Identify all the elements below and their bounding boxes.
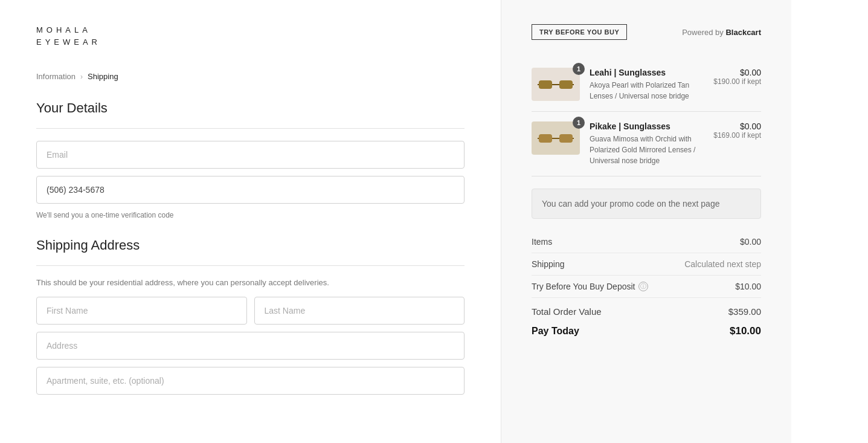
items-label: Items <box>532 237 552 247</box>
breadcrumb-information[interactable]: Information <box>36 72 76 81</box>
product-image-1 <box>532 68 580 101</box>
breadcrumb: Information › Shipping <box>36 72 465 81</box>
right-panel: TRY BEFORE YOU BUY Powered by Blackcart … <box>501 0 791 443</box>
shipping-address-title: Shipping Address <box>36 238 465 253</box>
email-group <box>36 141 465 169</box>
product-desc-2: Guava Mimosa with Orchid with Polarized … <box>590 134 704 166</box>
powered-by-brand: Blackcart <box>725 28 761 37</box>
order-summary: Items $0.00 Shipping Calculated next ste… <box>532 231 761 343</box>
promo-box: You can add your promo code on the next … <box>532 189 761 219</box>
address-input[interactable] <box>36 332 465 360</box>
pay-today-row: Pay Today $10.00 <box>532 323 761 343</box>
shipping-address-section: Shipping Address This should be your res… <box>36 238 465 395</box>
your-details-title: Your Details <box>36 100 465 116</box>
tbyb-deposit-value: $10.00 <box>735 282 761 291</box>
left-panel: MOHALA EYEWEAR Information › Shipping Yo… <box>0 0 501 443</box>
product-price-if-kept-1: $190.00 if kept <box>713 77 761 86</box>
brand-name: MOHALA EYEWEAR <box>36 24 465 48</box>
breadcrumb-separator: › <box>80 73 83 81</box>
product-info-1: Leahi | Sunglasses Akoya Pearl with Pola… <box>590 68 704 102</box>
last-name-input[interactable] <box>254 297 465 325</box>
apartment-group <box>36 367 465 395</box>
pay-today-label: Pay Today <box>532 326 579 337</box>
product-desc-1: Akoya Pearl with Polarized Tan Lenses / … <box>590 80 704 102</box>
powered-by: Powered by Blackcart <box>682 28 761 37</box>
product-name-2: Pikake | Sunglasses <box>590 121 704 131</box>
phone-input[interactable]: (506) 234-5678 <box>36 176 465 204</box>
shipping-label: Shipping <box>532 259 565 269</box>
product-item-2: 1 Pikake | Sunglasses Guava Mimosa with … <box>532 112 761 176</box>
product-price-now-1: $0.00 <box>713 68 761 77</box>
logo: MOHALA EYEWEAR <box>36 24 465 48</box>
product-image-2 <box>532 121 580 155</box>
tbyb-deposit-label: Try Before You Buy Deposit ⓘ <box>532 282 648 291</box>
total-order-value: $359.00 <box>728 306 761 317</box>
product-price-2: $0.00 $169.00 if kept <box>713 121 761 140</box>
shipping-row: Shipping Calculated next step <box>532 253 761 276</box>
shipping-divider <box>36 265 465 266</box>
product-info-2: Pikake | Sunglasses Guava Mimosa with Or… <box>590 121 704 166</box>
total-order-row: Total Order Value $359.00 <box>532 298 761 323</box>
name-row <box>36 297 465 325</box>
product-badge-1: 1 <box>573 63 585 75</box>
total-order-label: Total Order Value <box>532 306 602 317</box>
product-price-if-kept-2: $169.00 if kept <box>713 131 761 140</box>
sunglasses-svg-2 <box>538 129 574 147</box>
tbyb-header: TRY BEFORE YOU BUY Powered by Blackcart <box>532 24 761 40</box>
items-value: $0.00 <box>740 237 761 247</box>
tbyb-deposit-row: Try Before You Buy Deposit ⓘ $10.00 <box>532 276 761 298</box>
product-item-1: 1 Leahi | Sunglasses Akoya Pearl with Po… <box>532 58 761 112</box>
product-image-wrapper-2: 1 <box>532 121 580 155</box>
pay-today-value: $10.00 <box>730 325 761 337</box>
product-name-1: Leahi | Sunglasses <box>590 68 704 77</box>
info-icon[interactable]: ⓘ <box>638 282 648 291</box>
tbyb-badge: TRY BEFORE YOU BUY <box>532 24 627 40</box>
svg-rect-0 <box>539 80 552 89</box>
product-image-wrapper-1: 1 <box>532 68 580 101</box>
svg-rect-1 <box>559 80 573 89</box>
section-divider <box>36 128 465 129</box>
items-row: Items $0.00 <box>532 231 761 253</box>
shipping-hint: This should be your residential address,… <box>36 278 465 287</box>
email-input[interactable] <box>36 141 465 169</box>
product-price-1: $0.00 $190.00 if kept <box>713 68 761 86</box>
your-details-section: Your Details (506) 234-5678 We'll send y… <box>36 100 465 219</box>
address-group <box>36 332 465 360</box>
sunglasses-svg-1 <box>538 76 574 94</box>
breadcrumb-shipping: Shipping <box>88 72 118 81</box>
product-badge-2: 1 <box>573 117 585 129</box>
svg-rect-6 <box>559 134 573 143</box>
svg-rect-5 <box>539 134 552 143</box>
phone-hint: We'll send you a one-time verification c… <box>36 211 465 219</box>
phone-group: (506) 234-5678 <box>36 176 465 204</box>
first-name-input[interactable] <box>36 297 247 325</box>
product-price-now-2: $0.00 <box>713 121 761 131</box>
powered-by-label: Powered by <box>682 28 724 37</box>
apartment-input[interactable] <box>36 367 465 395</box>
shipping-value: Calculated next step <box>684 259 761 269</box>
